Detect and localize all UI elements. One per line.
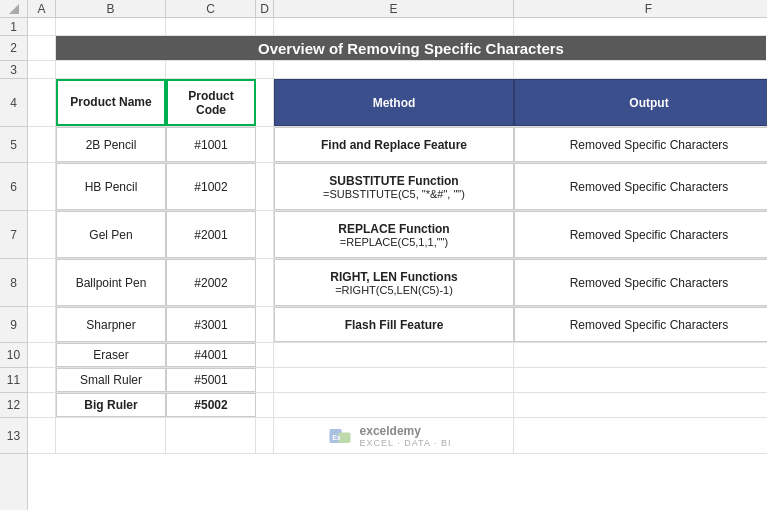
cell-b8: Ballpoint Pen — [56, 259, 166, 306]
output-row-5: Removed Specific Characters — [514, 307, 767, 342]
cell-c3 — [166, 61, 256, 78]
cell-e1 — [274, 18, 514, 35]
cell-f10 — [514, 343, 767, 367]
product-name-7: Small Ruler — [80, 373, 142, 387]
cell-a7 — [28, 211, 56, 258]
title-cell: Overview of Removing Specific Characters — [56, 36, 766, 60]
cell-d5 — [256, 127, 274, 162]
cell-c6: #1002 — [166, 163, 256, 210]
product-name-6: Eraser — [93, 348, 128, 362]
output-1: Removed Specific Characters — [570, 138, 729, 152]
cell-a1 — [28, 18, 56, 35]
output-5: Removed Specific Characters — [570, 318, 729, 332]
product-code-5: #3001 — [194, 318, 227, 332]
cell-b5: 2B Pencil — [56, 127, 166, 162]
col-header-a: A — [28, 0, 56, 17]
header-method: Method — [274, 79, 514, 126]
row-13: Ex exceldemy EXCEL · DATA · BI — [28, 418, 767, 454]
corner-cell — [0, 0, 28, 17]
method-2-sub: =SUBSTITUTE(C5, "*&#", "") — [323, 188, 465, 200]
cell-a9 — [28, 307, 56, 342]
cell-a6 — [28, 163, 56, 210]
cell-c9: #3001 — [166, 307, 256, 342]
cell-b13 — [56, 418, 166, 453]
output-row-3: Removed Specific Characters — [514, 211, 767, 258]
method-row-5: Flash Fill Feature — [274, 307, 514, 342]
row-3 — [28, 61, 767, 79]
product-code-7: #5001 — [194, 373, 227, 387]
logo-container: Ex exceldemy EXCEL · DATA · BI — [316, 420, 472, 451]
product-code-2: #1002 — [194, 180, 227, 194]
cell-d11 — [256, 368, 274, 392]
header-output: Output — [514, 79, 767, 126]
cell-d13 — [256, 418, 274, 453]
logo-tagline: EXCEL · DATA · BI — [360, 438, 452, 448]
product-name-2: HB Pencil — [85, 180, 138, 194]
product-name-3: Gel Pen — [89, 228, 132, 242]
cell-d3 — [256, 61, 274, 78]
row-num-3: 3 — [0, 61, 27, 79]
cell-a13 — [28, 418, 56, 453]
header-method-text: Method — [373, 96, 416, 110]
row-4: Product Name Product Code Method Output — [28, 79, 767, 127]
cell-b12: Big Ruler — [56, 393, 166, 417]
cell-a12 — [28, 393, 56, 417]
cell-e3 — [274, 61, 514, 78]
row-12: Big Ruler #5002 — [28, 393, 767, 418]
cell-f3 — [514, 61, 767, 78]
product-name-8: Big Ruler — [84, 398, 137, 412]
row-num-13: 13 — [0, 418, 27, 454]
cell-a10 — [28, 343, 56, 367]
row-num-11: 11 — [0, 368, 27, 393]
spreadsheet: A B C D E F 1 2 3 4 5 6 7 8 9 10 11 12 1… — [0, 0, 767, 510]
row-7: Gel Pen #2001 REPLACE Function =REPLACE(… — [28, 211, 767, 259]
row-num-4: 4 — [0, 79, 27, 127]
cell-f11 — [514, 368, 767, 392]
cell-d8 — [256, 259, 274, 306]
output-3: Removed Specific Characters — [570, 228, 729, 242]
method-row-3: REPLACE Function =REPLACE(C5,1,1,"") — [274, 211, 514, 258]
cell-a8 — [28, 259, 56, 306]
header-product-code: Product Code — [166, 79, 256, 126]
method-1-bold: Find and Replace Feature — [321, 138, 467, 152]
row-num-10: 10 — [0, 343, 27, 368]
cell-b10: Eraser — [56, 343, 166, 367]
cell-c12: #5002 — [166, 393, 256, 417]
cell-b3 — [56, 61, 166, 78]
header-product-name: Product Name — [56, 79, 166, 126]
cell-b6: HB Pencil — [56, 163, 166, 210]
cell-f1 — [514, 18, 767, 35]
method-row-2: SUBSTITUTE Function =SUBSTITUTE(C5, "*&#… — [274, 163, 514, 210]
product-code-8: #5002 — [194, 398, 227, 412]
cell-a3 — [28, 61, 56, 78]
method-3-bold: REPLACE Function — [338, 222, 449, 236]
row-num-6: 6 — [0, 163, 27, 211]
method-3-sub: =REPLACE(C5,1,1,"") — [340, 236, 448, 248]
col-header-c: C — [166, 0, 256, 17]
row-numbers: 1 2 3 4 5 6 7 8 9 10 11 12 13 — [0, 18, 28, 510]
output-row-4: Removed Specific Characters — [514, 259, 767, 306]
product-name-5: Sharpner — [86, 318, 135, 332]
product-code-4: #2002 — [194, 276, 227, 290]
method-row-1: Find and Replace Feature — [274, 127, 514, 162]
cell-d6 — [256, 163, 274, 210]
col-header-e: E — [274, 0, 514, 17]
cell-e12 — [274, 393, 514, 417]
cell-d4 — [256, 79, 274, 126]
row-9: Sharpner #3001 Flash Fill Feature Remove… — [28, 307, 767, 343]
row-10: Eraser #4001 — [28, 343, 767, 368]
method-2-bold: SUBSTITUTE Function — [329, 174, 458, 188]
row-num-8: 8 — [0, 259, 27, 307]
header-product-name-text: Product Name — [70, 95, 151, 111]
product-name-4: Ballpoint Pen — [76, 276, 147, 290]
product-code-6: #4001 — [194, 348, 227, 362]
row-num-2: 2 — [0, 36, 27, 61]
cell-c5: #1001 — [166, 127, 256, 162]
cell-c10: #4001 — [166, 343, 256, 367]
method-5-bold: Flash Fill Feature — [345, 318, 444, 332]
sheet-body: 1 2 3 4 5 6 7 8 9 10 11 12 13 — [0, 18, 767, 510]
header-output-text: Output — [629, 96, 668, 110]
output-4: Removed Specific Characters — [570, 276, 729, 290]
svg-marker-0 — [9, 4, 19, 14]
method-row-4: RIGHT, LEN Functions =RIGHT(C5,LEN(C5)-1… — [274, 259, 514, 306]
